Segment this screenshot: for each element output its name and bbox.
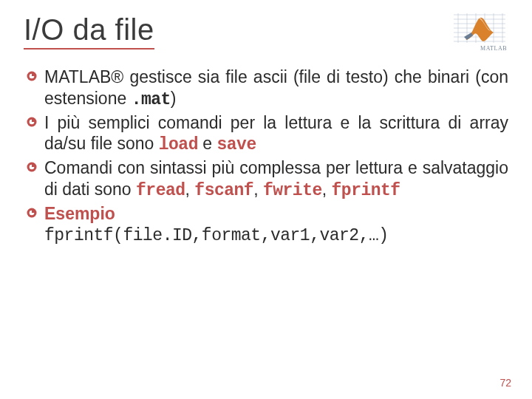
bullet-item: I più semplici comandi per la lettura e … [24,112,508,157]
code: fread [136,181,185,200]
t: ) [171,89,177,108]
code: load [159,135,198,154]
t: , [185,180,195,199]
t: I più semplici comandi per la lettura e … [44,113,508,154]
content: MATLAB® gestisce sia file ascii (file di… [24,66,508,247]
title-row: I/O da file MATLAB [24,9,508,50]
matlab-logo-label: MATLAB [480,45,507,52]
page-number: 72 [499,377,511,389]
code: fscanf [194,181,253,200]
text: Comandi con sintassi più complessa per l… [44,158,508,199]
t: ® [111,67,129,86]
bullet-item: Comandi con sintassi più complessa per l… [24,157,508,202]
t: , [322,180,332,199]
example-code: fprintf(file.ID,format,var1,var2,…) [44,226,389,245]
bullet-item: MATLAB® gestisce sia file ascii (file di… [24,66,508,111]
slide-title: I/O da file [24,13,154,50]
t: e [198,134,217,153]
code: fprintf [332,181,400,200]
t: ATLAB [58,67,111,86]
example-label: Esempio [44,204,115,223]
slide: I/O da file MATLAB MA [0,0,532,399]
code: .mat [132,90,171,109]
matlab-logo-icon [451,9,508,50]
bullet-icon [27,71,37,81]
bullet-item: Esempio fprintf(file.ID,format,var1,var2… [24,203,508,248]
bullet-icon [27,208,37,218]
code: save [217,135,256,154]
code: fwrite [263,181,322,200]
t: M [44,67,58,86]
text: I più semplici comandi per la lettura e … [44,113,508,154]
text: Esempio fprintf(file.ID,format,var1,var2… [44,203,389,248]
t: , [253,180,263,199]
matlab-logo: MATLAB [451,9,508,50]
bullet-icon [27,117,37,127]
text: MATLAB® gestisce sia file ascii (file di… [44,67,508,108]
bullet-icon [27,162,37,172]
